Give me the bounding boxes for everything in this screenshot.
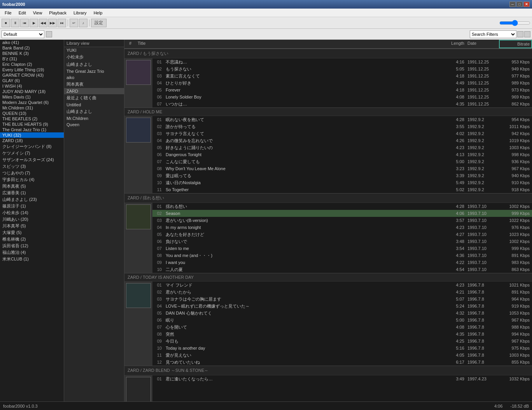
sidebar-artist-item[interactable]: Modern Jazz Quartet (6) xyxy=(0,100,64,105)
track-row[interactable]: 03 サヨナラ言えなくて 4:02 1992.9.2 942 Kbps xyxy=(152,130,532,137)
track-row[interactable]: 10 二人の夏 4:54 1993.7.10 863 Kbps xyxy=(152,266,532,273)
sidebar-artist-item[interactable]: ケツメイシ (7) xyxy=(0,150,64,157)
sidebar-artist-item[interactable]: THE BLUE HEARTS (9) xyxy=(0,121,64,127)
track-row[interactable]: 11 愛が見えない 4:05 1996.7.8 1003 Kbps xyxy=(152,352,532,359)
preset-select[interactable]: Default xyxy=(2,30,44,38)
library-item[interactable]: aiko xyxy=(64,74,124,81)
prev-button[interactable]: ⏮ xyxy=(20,19,29,27)
close-button[interactable]: ✕ xyxy=(523,2,530,7)
track-row[interactable]: 05 好きなように踊りたいの 4:23 1992.9.2 1003 Kbps xyxy=(152,144,532,151)
track-row[interactable]: 05 Forever 4:18 1991.12.25 973 Kbps xyxy=(152,86,532,93)
sidebar-artist-item[interactable]: サザンオールスターズ (24) xyxy=(0,157,64,163)
stop-button[interactable]: ■ xyxy=(2,19,10,27)
sidebar-artist-item[interactable]: 川嶋あい (20) xyxy=(0,216,64,223)
track-row[interactable]: 05 あなたを好きだけど 4:27 1993.7.10 1023 Kbps xyxy=(152,231,532,238)
sidebar-artist-item[interactable]: 川本真琴 (5) xyxy=(0,223,64,229)
menu-help[interactable]: Help xyxy=(91,10,106,16)
sidebar-artist-item[interactable]: クレイジーケンバンド (8) xyxy=(0,143,64,150)
sidebar-artist-item[interactable]: 篠原涼子 (1) xyxy=(0,203,64,209)
sidebar-artist-item[interactable]: aiko (41) xyxy=(0,40,64,45)
track-row[interactable]: 01 揺れる想い 4:28 1993.7.10 1002 Kbps xyxy=(152,203,532,210)
track-row[interactable]: 01 不思議ね… 4:16 1991.12.25 953 Kbps xyxy=(152,58,532,65)
library-item[interactable]: Mr.Children xyxy=(64,115,124,121)
track-row[interactable]: 03 君がいない(B-version) 3:57 1993.7.10 1022 … xyxy=(152,217,532,224)
minimize-button[interactable]: ─ xyxy=(509,2,516,7)
track-row[interactable]: 12 見つめていたいね 6:17 1996.7.8 855 Kbps xyxy=(152,359,532,366)
library-item[interactable]: 小松未歩 xyxy=(64,53,124,61)
track-row[interactable]: 04 あの微笑みを忘れないで 4:26 1992.9.2 1019 Kbps xyxy=(152,137,532,144)
sidebar-artist-item[interactable]: 浜田省吾 (12) xyxy=(0,243,64,249)
track-row[interactable]: 02 もう探さない 5:05 1991.12.25 949 Kbps xyxy=(152,65,532,72)
track-row[interactable]: 10 遠い日のNostalgia 5:49 1992.9.2 910 Kbps xyxy=(152,179,532,186)
sidebar-artist-item[interactable]: GLAY (6) xyxy=(0,78,64,83)
sidebar-artist-item[interactable]: 大塚愛 (5) xyxy=(0,229,64,236)
sidebar-artist-item[interactable]: THE BEATLES (2) xyxy=(0,116,64,121)
search-star-icon[interactable]: ★ xyxy=(524,31,530,37)
track-row[interactable]: 02 君がいたから 4:21 1996.7.8 891 Kbps xyxy=(152,289,532,296)
track-row[interactable]: 06 負けないで 3:48 1993.7.10 1002 Kbps xyxy=(152,238,532,245)
settings-button[interactable]: 設定 xyxy=(91,19,107,27)
track-row[interactable]: 10 Today is another day 5:16 1996.7.8 97… xyxy=(152,345,532,352)
sidebar-artist-item[interactable]: B'z (31) xyxy=(0,56,64,62)
sidebar-artist-item[interactable]: Every Little Thing (19) xyxy=(0,67,64,72)
sidebar-artist-item[interactable]: JUDY AND MARY (18) xyxy=(0,89,64,94)
sidebar-artist-item[interactable]: Mr.Children (31) xyxy=(0,105,64,111)
library-item[interactable]: 最近よく聴く曲 xyxy=(64,94,124,102)
sidebar-artist-item[interactable]: 岡本真夜 (5) xyxy=(0,183,64,190)
menu-file[interactable]: File xyxy=(2,10,15,16)
library-item[interactable]: YUKI xyxy=(64,47,124,53)
preset-icon[interactable] xyxy=(46,31,52,37)
track-row[interactable]: 06 Lonely Soldier Boy 4:08 1991.12.25 96… xyxy=(152,93,532,100)
fwd-button[interactable]: ▶▶ xyxy=(48,19,57,27)
library-item[interactable]: Untitled xyxy=(64,102,124,108)
tracklist[interactable]: ZARD / もう探さない 01 不思議ね… 4:16 1991.12.25 9… xyxy=(124,49,532,401)
col-bitrate-header[interactable]: Bitrate xyxy=(499,40,532,48)
sidebar-artist-item[interactable]: QUEEN (10) xyxy=(0,111,64,116)
sidebar-artist-item[interactable]: スピッツ (3) xyxy=(0,163,64,170)
library-item[interactable]: Queen xyxy=(64,121,124,128)
track-row[interactable]: 02 誰かが待ってる 3:55 1992.9.2 1011 Kbps xyxy=(152,123,532,130)
sidebar-artist-item[interactable]: YUKI (32) xyxy=(0,132,64,138)
menu-view[interactable]: View xyxy=(30,10,46,16)
play-button[interactable]: ▶ xyxy=(30,19,38,27)
sidebar-artist-item[interactable]: つじあやの (7) xyxy=(0,170,64,176)
library-item[interactable]: ZARD xyxy=(64,88,124,94)
track-row[interactable]: 02 Season 4:06 1993.7.10 999 Kbps xyxy=(152,210,532,217)
search-refresh-icon[interactable]: ↺ xyxy=(517,31,523,37)
sidebar-artist-item[interactable]: Eric Clapton (2) xyxy=(0,62,64,67)
library-item[interactable]: 山崎まさよし xyxy=(64,108,124,115)
sidebar-artist-item[interactable]: ZARD (18) xyxy=(0,138,64,143)
rew-button[interactable]: ◀◀ xyxy=(39,19,47,27)
library-item[interactable]: 岡本真夜 xyxy=(64,81,124,88)
track-row[interactable]: 11 So Together 5:02 1992.9.2 918 Kbps xyxy=(152,186,532,193)
track-row[interactable]: 07 心を開いて 4:08 1996.7.8 988 Kbps xyxy=(152,324,532,331)
track-row[interactable]: 06 眠り 5:00 1996.7.8 967 Kbps xyxy=(152,317,532,324)
sidebar-artist-item[interactable]: 小松未歩 (14) xyxy=(0,209,64,216)
shuffle-button[interactable]: ♪ xyxy=(79,19,88,27)
library-item[interactable]: 山崎まさよし xyxy=(64,61,124,68)
sidebar-artist-item[interactable]: Bank Band (2) xyxy=(0,45,64,51)
sidebar-artist-item[interactable]: I WiSH (4) xyxy=(0,83,64,89)
col-title-header[interactable]: Title xyxy=(136,40,444,48)
menu-edit[interactable]: Edit xyxy=(16,10,29,16)
track-row[interactable]: 07 いつかは… 4:35 1991.12.25 862 Kbps xyxy=(152,100,532,107)
track-row[interactable]: 09 愛は眠ってる 3:39 1992.9.2 940 Kbps xyxy=(152,172,532,179)
search-filter-select[interactable]: Search Filters xyxy=(470,30,516,38)
col-date-header[interactable]: Date xyxy=(466,40,499,48)
sidebar-artist-item[interactable]: 椎名林檎 (2) xyxy=(0,236,64,243)
repeat-button[interactable]: ↩ xyxy=(70,19,78,27)
track-row[interactable]: 03 素直に言えなくて 4:18 1991.12.25 977 Kbps xyxy=(152,72,532,79)
track-row[interactable]: 09 今日も 4:25 1996.7.8 967 Kbps xyxy=(152,338,532,345)
track-row[interactable]: 08 Why Don't You Leave Me Alone 3:23 199… xyxy=(152,165,532,172)
menu-playback[interactable]: Playback xyxy=(46,10,70,16)
track-row[interactable]: 03 サヨナラは今ごの胸に居ます 5:07 1996.7.8 964 Kbps xyxy=(152,296,532,303)
col-length-header[interactable]: Length xyxy=(444,40,466,48)
volume-slider[interactable] xyxy=(499,20,530,26)
track-row[interactable]: 04 LOVE～眠れずに君の機嫌ずっと見ていた～ 5:24 1996.7.8 9… xyxy=(152,303,532,310)
sidebar-artist-item[interactable]: BENNIE K (3) xyxy=(0,51,64,56)
track-row[interactable]: 01 眠れない夜を抱いて 4:28 1992.9.2 954 Kbps xyxy=(152,116,532,123)
track-row[interactable]: 09 I want you 4:22 1993.7.10 983 Kbps xyxy=(152,259,532,266)
sidebar-artist-item[interactable]: The Great Jazz Trio (1) xyxy=(0,127,64,132)
sidebar-artist-item[interactable]: Miles Davis (1) xyxy=(0,94,64,100)
track-row[interactable]: 07 こんなに愛しても 5:00 1992.9.2 936 Kbps xyxy=(152,158,532,165)
